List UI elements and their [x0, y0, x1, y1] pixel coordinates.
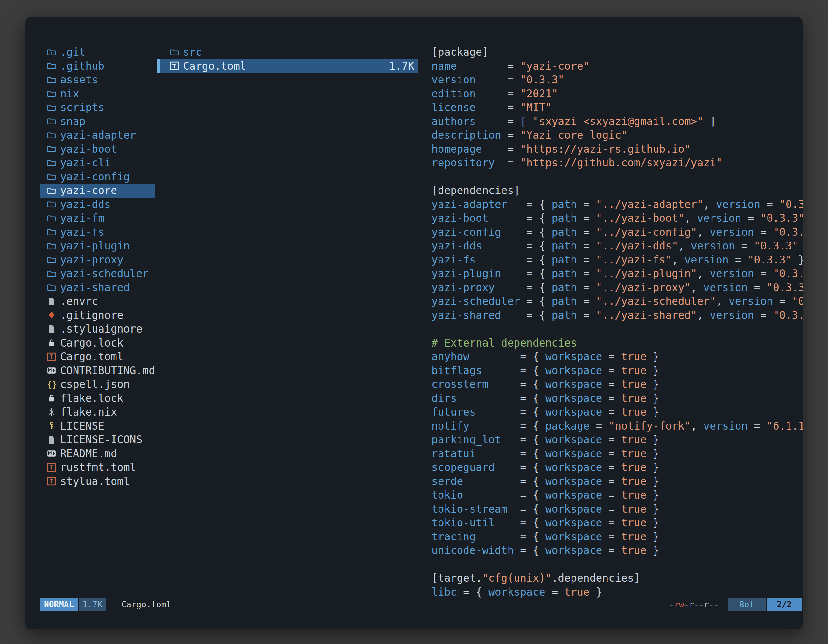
- preview-line: notify = { package = "notify-fork", vers…: [431, 419, 803, 433]
- dir-row[interactable]: .git: [40, 45, 155, 59]
- entry-name: flake.nix: [60, 406, 117, 418]
- file-row[interactable]: {}cspell.json: [40, 378, 155, 391]
- entry-name: LICENSE: [60, 420, 104, 432]
- dir-row[interactable]: yazi-scheduler: [40, 266, 155, 280]
- dir-row[interactable]: assets: [40, 73, 155, 87]
- entry-name: yazi-config: [60, 171, 130, 183]
- dir-row[interactable]: scripts: [40, 100, 155, 114]
- preview-line: tokio = { workspace = true }: [431, 488, 803, 502]
- folder-icon: [47, 227, 58, 237]
- dir-row[interactable]: yazi-dds: [40, 197, 155, 212]
- entry-name: snap: [60, 115, 85, 128]
- folder-icon: [170, 48, 180, 56]
- file-row[interactable]: flake.lock: [40, 391, 155, 405]
- file-row[interactable]: .styluaignore: [40, 322, 155, 336]
- toml-icon: [47, 352, 58, 361]
- dir-row[interactable]: nix: [40, 87, 155, 101]
- entry-name: LICENSE-ICONS: [60, 433, 142, 446]
- folder-icon: [47, 200, 58, 209]
- entry-size: 1.7K: [389, 60, 417, 72]
- folder-icon: [47, 255, 58, 264]
- snowflake-icon: [47, 407, 58, 417]
- file-row[interactable]: rustfmt.toml: [40, 461, 155, 475]
- preview-line: ratatui = { workspace = true }: [431, 447, 803, 461]
- dir-row[interactable]: yazi-core: [40, 183, 155, 197]
- entry-name: yazi-fm: [60, 212, 104, 224]
- entry-name: yazi-proxy: [60, 254, 124, 266]
- dir-row[interactable]: yazi-boot: [40, 142, 155, 156]
- file-row[interactable]: Cargo.toml1.7K: [157, 59, 417, 73]
- dir-row[interactable]: yazi-shared: [40, 280, 155, 295]
- dir-row[interactable]: yazi-fm: [40, 211, 155, 225]
- file-icon: [47, 435, 58, 444]
- dir-row[interactable]: .github: [40, 59, 155, 73]
- file-row[interactable]: README.md: [40, 447, 155, 461]
- current-directory-pane: srcCargo.toml1.7K: [157, 45, 417, 601]
- status-filename: Cargo.toml: [122, 598, 171, 611]
- entry-name: yazi-core: [60, 184, 117, 197]
- file-row[interactable]: LICENSE: [40, 419, 155, 433]
- file-permissions: -rw-r--r--: [669, 598, 719, 611]
- git-diamond-icon: [47, 310, 58, 320]
- entry-name: .git: [60, 46, 85, 58]
- preview-line: tracing = { workspace = true }: [431, 530, 803, 544]
- entry-name: nix: [60, 88, 79, 100]
- status-bar-left: NORMAL 1.7K Cargo.toml: [40, 598, 171, 611]
- file-row[interactable]: .envrc: [40, 294, 155, 308]
- entry-name: cspell.json: [60, 378, 130, 390]
- preview-line: yazi-shared = { path = "../yazi-shared",…: [431, 308, 803, 322]
- folder-icon: [47, 144, 58, 154]
- preview-line: serde = { workspace = true }: [431, 475, 803, 489]
- preview-line: futures = { workspace = true }: [431, 405, 803, 419]
- file-row[interactable]: Cargo.lock: [40, 336, 155, 350]
- entry-name: .github: [60, 60, 104, 72]
- dir-row[interactable]: yazi-cli: [40, 156, 155, 170]
- folder-icon: [47, 269, 58, 278]
- preview-line: yazi-config = { path = "../yazi-config",…: [431, 225, 803, 239]
- preview-line: version = "0.3.3": [431, 73, 803, 87]
- preview-line: bitflags = { workspace = true }: [431, 364, 803, 378]
- toml-icon: [47, 463, 58, 472]
- status-bar: NORMAL 1.7K Cargo.toml -rw-r--r-- Bot 2/…: [40, 598, 802, 611]
- entry-name: Cargo.toml: [183, 60, 246, 72]
- entry-name: CONTRIBUTING.md: [60, 364, 155, 377]
- file-row[interactable]: stylua.toml: [40, 475, 155, 489]
- preview-line: anyhow = { workspace = true }: [431, 350, 803, 364]
- preview-line: scopeguard = { workspace = true }: [431, 461, 803, 475]
- entry-name: yazi-dds: [60, 198, 111, 211]
- folder-icon: [47, 172, 58, 181]
- dir-row[interactable]: yazi-adapter: [40, 128, 155, 142]
- folder-icon: [47, 61, 58, 71]
- file-icon: [47, 297, 58, 306]
- markdown-icon: [47, 366, 58, 375]
- dir-row[interactable]: yazi-fs: [40, 225, 155, 239]
- entry-name: yazi-boot: [60, 143, 117, 155]
- entry-name: rustfmt.toml: [60, 461, 136, 473]
- dir-row[interactable]: src: [157, 45, 417, 59]
- preview-line: [target."cfg(unix)".dependencies]: [431, 571, 803, 585]
- lock-icon: [47, 338, 58, 347]
- file-row[interactable]: flake.nix: [40, 405, 155, 419]
- key-icon: [47, 421, 58, 430]
- folder-icon: [47, 241, 58, 251]
- folder-icon: [47, 103, 58, 112]
- preview-line: [431, 558, 803, 572]
- dir-row[interactable]: snap: [40, 114, 155, 128]
- parent-directory-pane: .git.githubassetsnixscriptssnapyazi-adap…: [40, 45, 155, 601]
- folder-icon: [47, 89, 58, 98]
- file-row[interactable]: Cargo.toml: [40, 350, 155, 364]
- preview-line: authors = [ "sxyazi <sxyazi@gmail.com>" …: [431, 114, 803, 128]
- preview-line: license = "MIT": [431, 100, 803, 114]
- file-row[interactable]: CONTRIBUTING.md: [40, 364, 155, 378]
- preview-line: yazi-adapter = { path = "../yazi-adapter…: [431, 197, 803, 212]
- entry-name: src: [183, 46, 202, 58]
- markdown-icon: [47, 449, 58, 458]
- preview-line: unicode-width = { workspace = true }: [431, 544, 803, 558]
- preview-line: yazi-scheduler = { path = "../yazi-sched…: [431, 294, 803, 308]
- file-row[interactable]: LICENSE-ICONS: [40, 433, 155, 447]
- dir-row[interactable]: yazi-plugin: [40, 239, 155, 253]
- file-row[interactable]: .gitignore: [40, 308, 155, 322]
- preview-line: [dependencies]: [431, 183, 803, 197]
- dir-row[interactable]: yazi-config: [40, 170, 155, 184]
- dir-row[interactable]: yazi-proxy: [40, 253, 155, 267]
